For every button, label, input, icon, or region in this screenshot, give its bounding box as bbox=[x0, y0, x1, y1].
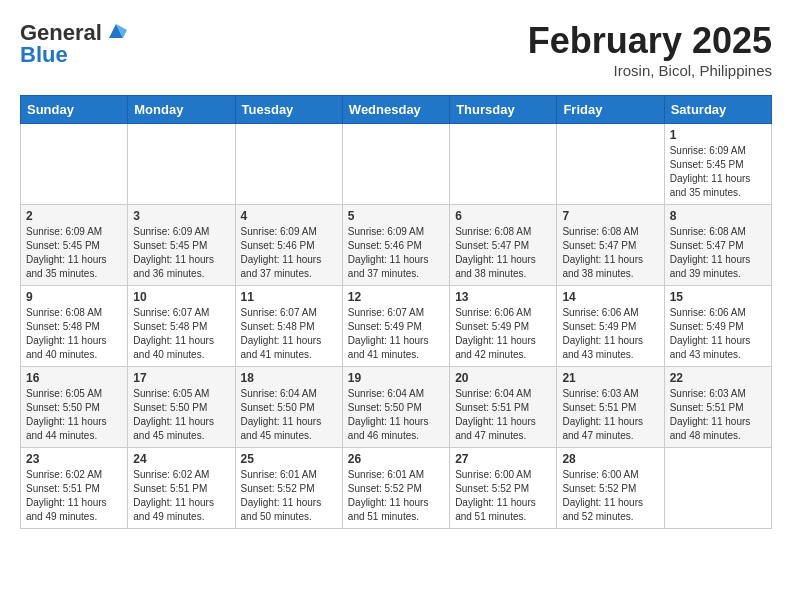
day-number: 13 bbox=[455, 290, 551, 304]
calendar-cell-w2-d4: 5Sunrise: 6:09 AM Sunset: 5:46 PM Daylig… bbox=[342, 205, 449, 286]
calendar-week-4: 16Sunrise: 6:05 AM Sunset: 5:50 PM Dayli… bbox=[21, 367, 772, 448]
day-number: 1 bbox=[670, 128, 766, 142]
col-friday: Friday bbox=[557, 96, 664, 124]
calendar-header-row: Sunday Monday Tuesday Wednesday Thursday… bbox=[21, 96, 772, 124]
calendar-cell-w5-d3: 25Sunrise: 6:01 AM Sunset: 5:52 PM Dayli… bbox=[235, 448, 342, 529]
day-number: 17 bbox=[133, 371, 229, 385]
calendar-cell-w5-d6: 28Sunrise: 6:00 AM Sunset: 5:52 PM Dayli… bbox=[557, 448, 664, 529]
day-info: Sunrise: 6:05 AM Sunset: 5:50 PM Dayligh… bbox=[133, 387, 229, 443]
day-info: Sunrise: 6:07 AM Sunset: 5:48 PM Dayligh… bbox=[241, 306, 337, 362]
day-number: 28 bbox=[562, 452, 658, 466]
logo-icon bbox=[105, 20, 127, 42]
day-number: 6 bbox=[455, 209, 551, 223]
day-info: Sunrise: 6:03 AM Sunset: 5:51 PM Dayligh… bbox=[562, 387, 658, 443]
day-number: 15 bbox=[670, 290, 766, 304]
calendar-week-5: 23Sunrise: 6:02 AM Sunset: 5:51 PM Dayli… bbox=[21, 448, 772, 529]
day-info: Sunrise: 6:07 AM Sunset: 5:49 PM Dayligh… bbox=[348, 306, 444, 362]
day-info: Sunrise: 6:08 AM Sunset: 5:47 PM Dayligh… bbox=[455, 225, 551, 281]
day-info: Sunrise: 6:09 AM Sunset: 5:46 PM Dayligh… bbox=[348, 225, 444, 281]
day-number: 26 bbox=[348, 452, 444, 466]
day-info: Sunrise: 6:01 AM Sunset: 5:52 PM Dayligh… bbox=[241, 468, 337, 524]
day-info: Sunrise: 6:08 AM Sunset: 5:48 PM Dayligh… bbox=[26, 306, 122, 362]
calendar-cell-w3-d6: 14Sunrise: 6:06 AM Sunset: 5:49 PM Dayli… bbox=[557, 286, 664, 367]
day-number: 23 bbox=[26, 452, 122, 466]
day-number: 20 bbox=[455, 371, 551, 385]
day-number: 24 bbox=[133, 452, 229, 466]
calendar-cell-w5-d7 bbox=[664, 448, 771, 529]
day-info: Sunrise: 6:04 AM Sunset: 5:50 PM Dayligh… bbox=[348, 387, 444, 443]
calendar-cell-w3-d2: 10Sunrise: 6:07 AM Sunset: 5:48 PM Dayli… bbox=[128, 286, 235, 367]
day-number: 19 bbox=[348, 371, 444, 385]
day-number: 4 bbox=[241, 209, 337, 223]
day-info: Sunrise: 6:06 AM Sunset: 5:49 PM Dayligh… bbox=[670, 306, 766, 362]
day-info: Sunrise: 6:04 AM Sunset: 5:51 PM Dayligh… bbox=[455, 387, 551, 443]
day-number: 14 bbox=[562, 290, 658, 304]
calendar-cell-w2-d6: 7Sunrise: 6:08 AM Sunset: 5:47 PM Daylig… bbox=[557, 205, 664, 286]
day-number: 12 bbox=[348, 290, 444, 304]
day-info: Sunrise: 6:02 AM Sunset: 5:51 PM Dayligh… bbox=[26, 468, 122, 524]
month-year: February 2025 bbox=[528, 20, 772, 62]
calendar-week-3: 9Sunrise: 6:08 AM Sunset: 5:48 PM Daylig… bbox=[21, 286, 772, 367]
calendar-cell-w1-d1 bbox=[21, 124, 128, 205]
calendar-cell-w2-d3: 4Sunrise: 6:09 AM Sunset: 5:46 PM Daylig… bbox=[235, 205, 342, 286]
calendar-cell-w5-d1: 23Sunrise: 6:02 AM Sunset: 5:51 PM Dayli… bbox=[21, 448, 128, 529]
calendar-cell-w4-d7: 22Sunrise: 6:03 AM Sunset: 5:51 PM Dayli… bbox=[664, 367, 771, 448]
calendar-cell-w4-d4: 19Sunrise: 6:04 AM Sunset: 5:50 PM Dayli… bbox=[342, 367, 449, 448]
day-info: Sunrise: 6:06 AM Sunset: 5:49 PM Dayligh… bbox=[562, 306, 658, 362]
calendar-cell-w2-d2: 3Sunrise: 6:09 AM Sunset: 5:45 PM Daylig… bbox=[128, 205, 235, 286]
day-number: 27 bbox=[455, 452, 551, 466]
calendar-week-1: 1Sunrise: 6:09 AM Sunset: 5:45 PM Daylig… bbox=[21, 124, 772, 205]
day-info: Sunrise: 6:00 AM Sunset: 5:52 PM Dayligh… bbox=[455, 468, 551, 524]
day-info: Sunrise: 6:03 AM Sunset: 5:51 PM Dayligh… bbox=[670, 387, 766, 443]
calendar-cell-w2-d5: 6Sunrise: 6:08 AM Sunset: 5:47 PM Daylig… bbox=[450, 205, 557, 286]
col-sunday: Sunday bbox=[21, 96, 128, 124]
title-block: February 2025 Irosin, Bicol, Philippines bbox=[528, 20, 772, 79]
day-number: 8 bbox=[670, 209, 766, 223]
calendar-cell-w1-d2 bbox=[128, 124, 235, 205]
calendar-cell-w1-d7: 1Sunrise: 6:09 AM Sunset: 5:45 PM Daylig… bbox=[664, 124, 771, 205]
calendar-cell-w3-d1: 9Sunrise: 6:08 AM Sunset: 5:48 PM Daylig… bbox=[21, 286, 128, 367]
location: Irosin, Bicol, Philippines bbox=[528, 62, 772, 79]
calendar-cell-w4-d1: 16Sunrise: 6:05 AM Sunset: 5:50 PM Dayli… bbox=[21, 367, 128, 448]
day-info: Sunrise: 6:09 AM Sunset: 5:45 PM Dayligh… bbox=[670, 144, 766, 200]
day-number: 5 bbox=[348, 209, 444, 223]
calendar-cell-w4-d5: 20Sunrise: 6:04 AM Sunset: 5:51 PM Dayli… bbox=[450, 367, 557, 448]
calendar-cell-w4-d6: 21Sunrise: 6:03 AM Sunset: 5:51 PM Dayli… bbox=[557, 367, 664, 448]
calendar-cell-w1-d6 bbox=[557, 124, 664, 205]
day-info: Sunrise: 6:02 AM Sunset: 5:51 PM Dayligh… bbox=[133, 468, 229, 524]
day-info: Sunrise: 6:09 AM Sunset: 5:45 PM Dayligh… bbox=[133, 225, 229, 281]
day-number: 3 bbox=[133, 209, 229, 223]
calendar-cell-w3-d4: 12Sunrise: 6:07 AM Sunset: 5:49 PM Dayli… bbox=[342, 286, 449, 367]
day-number: 10 bbox=[133, 290, 229, 304]
calendar-cell-w4-d2: 17Sunrise: 6:05 AM Sunset: 5:50 PM Dayli… bbox=[128, 367, 235, 448]
calendar-cell-w2-d1: 2Sunrise: 6:09 AM Sunset: 5:45 PM Daylig… bbox=[21, 205, 128, 286]
day-info: Sunrise: 6:09 AM Sunset: 5:46 PM Dayligh… bbox=[241, 225, 337, 281]
day-number: 21 bbox=[562, 371, 658, 385]
day-number: 7 bbox=[562, 209, 658, 223]
col-monday: Monday bbox=[128, 96, 235, 124]
calendar-cell-w1-d4 bbox=[342, 124, 449, 205]
col-wednesday: Wednesday bbox=[342, 96, 449, 124]
calendar-cell-w5-d4: 26Sunrise: 6:01 AM Sunset: 5:52 PM Dayli… bbox=[342, 448, 449, 529]
day-info: Sunrise: 6:08 AM Sunset: 5:47 PM Dayligh… bbox=[670, 225, 766, 281]
col-tuesday: Tuesday bbox=[235, 96, 342, 124]
calendar-cell-w5-d5: 27Sunrise: 6:00 AM Sunset: 5:52 PM Dayli… bbox=[450, 448, 557, 529]
calendar-cell-w1-d5 bbox=[450, 124, 557, 205]
day-info: Sunrise: 6:00 AM Sunset: 5:52 PM Dayligh… bbox=[562, 468, 658, 524]
day-number: 18 bbox=[241, 371, 337, 385]
calendar-cell-w4-d3: 18Sunrise: 6:04 AM Sunset: 5:50 PM Dayli… bbox=[235, 367, 342, 448]
day-info: Sunrise: 6:01 AM Sunset: 5:52 PM Dayligh… bbox=[348, 468, 444, 524]
col-saturday: Saturday bbox=[664, 96, 771, 124]
page-header: General Blue February 2025 Irosin, Bicol… bbox=[20, 20, 772, 79]
calendar-cell-w1-d3 bbox=[235, 124, 342, 205]
logo: General Blue bbox=[20, 20, 127, 68]
calendar-week-2: 2Sunrise: 6:09 AM Sunset: 5:45 PM Daylig… bbox=[21, 205, 772, 286]
calendar-cell-w3-d5: 13Sunrise: 6:06 AM Sunset: 5:49 PM Dayli… bbox=[450, 286, 557, 367]
calendar-cell-w3-d7: 15Sunrise: 6:06 AM Sunset: 5:49 PM Dayli… bbox=[664, 286, 771, 367]
day-info: Sunrise: 6:08 AM Sunset: 5:47 PM Dayligh… bbox=[562, 225, 658, 281]
day-number: 25 bbox=[241, 452, 337, 466]
day-number: 11 bbox=[241, 290, 337, 304]
day-number: 22 bbox=[670, 371, 766, 385]
day-info: Sunrise: 6:06 AM Sunset: 5:49 PM Dayligh… bbox=[455, 306, 551, 362]
day-info: Sunrise: 6:04 AM Sunset: 5:50 PM Dayligh… bbox=[241, 387, 337, 443]
